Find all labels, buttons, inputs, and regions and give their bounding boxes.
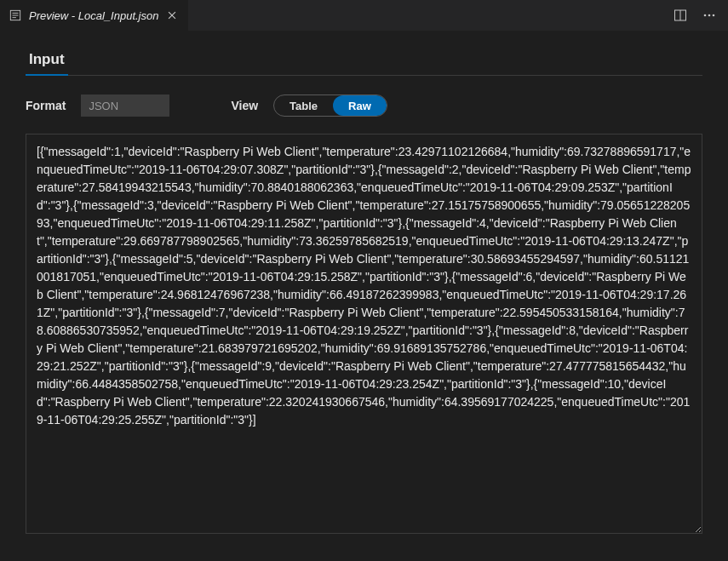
tabbar-spacer (188, 0, 662, 31)
split-editor-button[interactable] (672, 7, 689, 24)
more-actions-button[interactable] (701, 7, 718, 24)
format-select[interactable]: JSON ▾ (81, 94, 169, 117)
svg-point-8 (704, 14, 707, 17)
tab-input[interactable]: Input (26, 46, 68, 75)
raw-json-textarea[interactable]: [{"messageId":1,"deviceId":"Raspberry Pi… (26, 134, 702, 534)
title-actions (662, 0, 728, 31)
svg-point-10 (713, 14, 715, 17)
titlebar: Preview - Local_Input.json (0, 0, 728, 31)
close-tab-button[interactable] (165, 9, 179, 22)
controls-row: Format JSON ▾ View Table Raw (26, 94, 702, 117)
view-option-table[interactable]: Table (274, 95, 333, 116)
view-toggle: Table Raw (273, 94, 387, 117)
content-area: Input Format JSON ▾ View Table Raw [{"me… (0, 31, 728, 542)
format-value: JSON (89, 100, 118, 112)
view-label: View (231, 99, 258, 112)
svg-point-9 (708, 14, 711, 17)
preview-icon (9, 9, 22, 22)
tab-title: Preview - Local_Input.json (29, 9, 158, 22)
format-label: Format (26, 99, 66, 112)
editor-tab[interactable]: Preview - Local_Input.json (0, 0, 188, 31)
section-tabs: Input (26, 46, 702, 76)
view-option-raw[interactable]: Raw (333, 95, 387, 116)
